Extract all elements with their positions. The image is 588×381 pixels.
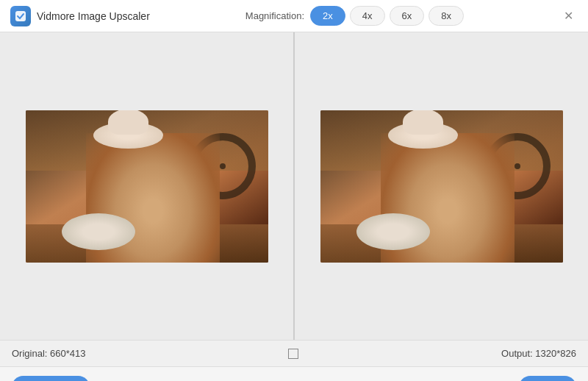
- bottom-right: ➜ Save: [497, 376, 576, 381]
- new-image-button[interactable]: New Image: [12, 376, 90, 381]
- mag-8x-button[interactable]: 8x: [429, 6, 464, 26]
- output-photo: [320, 110, 563, 263]
- app-identity: Vidmore Image Upscaler: [10, 6, 150, 26]
- app-title: Vidmore Image Upscaler: [37, 10, 150, 22]
- images-container: [0, 32, 588, 340]
- square-icon: [288, 349, 298, 359]
- flowers-out: [356, 213, 430, 250]
- hat-out: [388, 122, 458, 149]
- close-button[interactable]: ✕: [559, 7, 578, 24]
- original-image-panel: [0, 32, 295, 340]
- mag-6x-button[interactable]: 6x: [390, 6, 425, 26]
- output-photo-render: [320, 110, 563, 263]
- bottom-left: New Image: [12, 376, 90, 381]
- original-photo: [26, 110, 268, 263]
- mag-4x-button[interactable]: 4x: [350, 6, 385, 26]
- magnification-section: Magnification: 2x 4x 6x 8x: [245, 6, 464, 26]
- output-image-panel: [295, 32, 588, 340]
- output-info: Output: 1320*826: [501, 348, 576, 359]
- magnification-label: Magnification:: [245, 10, 304, 21]
- flowers: [62, 213, 135, 250]
- mag-buttons: 2x 4x 6x 8x: [310, 6, 464, 26]
- hat: [93, 122, 163, 149]
- app-logo: [10, 6, 31, 26]
- original-photo-render: [26, 110, 268, 263]
- original-info: Original: 660*413: [12, 348, 85, 359]
- main-content: [0, 32, 588, 340]
- bottom-toolbar: New Image ➜ Save: [0, 366, 588, 381]
- mag-2x-button[interactable]: 2x: [310, 6, 345, 26]
- save-button[interactable]: Save: [519, 376, 576, 381]
- arrow-right-icon: ➜: [497, 378, 510, 382]
- title-bar: Vidmore Image Upscaler Magnification: 2x…: [0, 0, 588, 32]
- bottom-info-bar: Original: 660*413 Output: 1320*826: [0, 340, 588, 366]
